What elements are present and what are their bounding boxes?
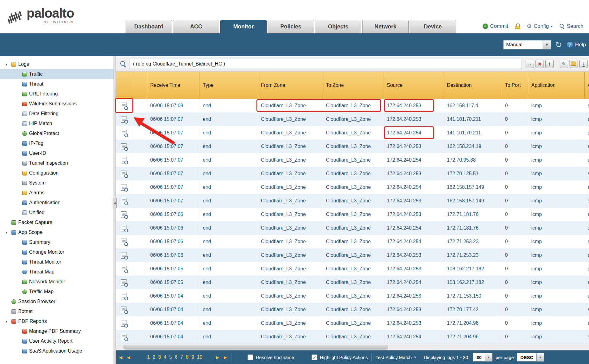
collapse-sidebar-icon[interactable]: ◀ [113, 198, 117, 208]
cell-application[interactable]: icmp [528, 167, 584, 180]
cell-source[interactable]: 172.64.240.254 [384, 153, 444, 167]
log-detail-icon[interactable] [121, 198, 127, 204]
page-3[interactable]: 3 [158, 354, 161, 360]
first-page-button[interactable]: |◀ [118, 355, 122, 360]
cell-source[interactable]: 172.64.240.254 [384, 221, 444, 235]
cell-from-zone[interactable]: Cloudflare_L3_Zone [258, 167, 323, 180]
log-detail-icon[interactable] [121, 130, 127, 136]
column-header-source[interactable]: Source [384, 72, 444, 99]
log-detail-icon[interactable] [121, 239, 127, 245]
cell-destination[interactable]: 108.162.217.182 [444, 276, 502, 289]
column-header-a[interactable]: A [584, 72, 589, 99]
sidebar-item-alarms[interactable]: ▼ Alarms [0, 188, 114, 198]
cell-destination[interactable]: 141.101.70.211 [444, 126, 502, 140]
lock-icon[interactable] [515, 26, 520, 29]
cell-to-zone[interactable]: Cloudflare_L3_Zone [323, 330, 384, 344]
sidebar-item-packet-capture[interactable]: ▼ Packet Capture [0, 218, 114, 227]
log-detail-icon[interactable] [121, 279, 127, 286]
test-policy-match-dropdown[interactable]: Test Policy Match ▾ [376, 355, 416, 360]
table-row[interactable]: 06/06 15:07:07 end Cloudflare_L3_Zone Cl… [116, 180, 589, 194]
column-header-receive-time[interactable]: Receive Time [147, 72, 200, 99]
page-9[interactable]: 9 [191, 354, 194, 360]
sidebar-splitter[interactable]: ◀ [114, 56, 116, 364]
column-header-type[interactable]: Type [200, 72, 258, 99]
cell-destination[interactable]: 172.71.253.23 [444, 248, 502, 262]
cell-source[interactable]: 172.64.240.253 [384, 289, 444, 303]
cell-to-zone[interactable]: Cloudflare_L3_Zone [323, 289, 384, 303]
cell-source[interactable]: 172.64.240.254 [384, 126, 444, 140]
sidebar-item-user-id[interactable]: ▼ User-ID [0, 148, 114, 158]
cell-destination[interactable]: 162.158.234.19 [444, 140, 502, 153]
column-header-to-port[interactable]: To Port [502, 72, 528, 99]
cell-source[interactable]: 172.64.240.253 [384, 194, 444, 208]
sort-order-select[interactable]: DESC ▼ [517, 353, 544, 362]
cell-source[interactable]: 172.64.240.253 [384, 208, 444, 221]
clear-filter-button[interactable] [535, 60, 544, 68]
table-row[interactable]: 06/06 15:07:07 end Cloudflare_L3_Zone Cl… [116, 112, 589, 126]
cell-to-zone[interactable]: Cloudflare_L3_Zone [323, 316, 384, 330]
cell-source[interactable]: 172.64.240.253 [384, 99, 444, 112]
cell-destination[interactable]: 172.71.204.96 [444, 316, 502, 330]
cell-to-zone[interactable]: Cloudflare_L3_Zone [323, 180, 384, 194]
cell-destination[interactable]: 162.158.157.149 [444, 180, 502, 194]
log-detail-icon[interactable] [121, 103, 127, 109]
global-search-button[interactable]: Search [559, 23, 583, 29]
cell-destination[interactable]: 141.101.70.211 [444, 112, 502, 126]
table-row[interactable]: 06/06 15:07:06 end Cloudflare_L3_Zone Cl… [116, 235, 589, 248]
expander-icon[interactable]: ▼ [5, 63, 9, 66]
table-row[interactable]: 06/06 15:07:05 end Cloudflare_L3_Zone Cl… [116, 276, 589, 289]
cell-application[interactable]: icmp [528, 276, 584, 289]
cell-application[interactable]: icmp [528, 126, 584, 140]
log-detail-icon[interactable] [121, 116, 127, 123]
log-detail-icon[interactable] [121, 143, 127, 150]
column-header-from-zone[interactable]: From Zone [258, 72, 323, 99]
cell-from-zone[interactable]: Cloudflare_L3_Zone [258, 180, 323, 194]
cell-application[interactable]: icmp [528, 316, 584, 330]
log-detail-icon[interactable] [121, 334, 127, 340]
cell-to-zone[interactable]: Cloudflare_L3_Zone [323, 235, 384, 248]
table-row[interactable]: 06/06 15:07:04 end Cloudflare_L3_Zone Cl… [116, 330, 589, 344]
log-detail-icon[interactable] [121, 252, 127, 259]
cell-destination[interactable]: 172.71.181.76 [444, 221, 502, 235]
cell-to-zone[interactable]: Cloudflare_L3_Zone [323, 194, 384, 208]
cell-from-zone[interactable]: Cloudflare_L3_Zone [258, 112, 323, 126]
next-page-button[interactable]: ▶ [216, 355, 219, 360]
cell-to-zone[interactable]: Cloudflare_L3_Zone [323, 126, 384, 140]
tab-device[interactable]: Device [410, 20, 456, 33]
sidebar-item-ip-tag[interactable]: ▼ IP-Tag [0, 138, 114, 148]
table-row[interactable]: 06/06 15:07:07 end Cloudflare_L3_Zone Cl… [116, 126, 589, 140]
log-detail-icon[interactable] [121, 293, 127, 299]
sidebar-item-hip-match[interactable]: ▼ HIP Match [0, 119, 114, 129]
cell-from-zone[interactable]: Cloudflare_L3_Zone [258, 99, 323, 112]
cell-application[interactable]: icmp [528, 208, 584, 221]
table-row[interactable]: 06/06 15:07:04 end Cloudflare_L3_Zone Cl… [116, 303, 589, 316]
sidebar-item-logs[interactable]: ▼ Logs [0, 59, 114, 69]
sidebar-item-url-filtering[interactable]: ▼ URL Filtering [0, 89, 114, 99]
table-row[interactable]: 06/06 15:07:06 end Cloudflare_L3_Zone Cl… [116, 248, 589, 262]
cell-from-zone[interactable]: Cloudflare_L3_Zone [258, 153, 323, 167]
chevron-down-icon[interactable]: ▼ [543, 40, 551, 49]
column-header-destination[interactable]: Destination [444, 72, 502, 99]
table-row[interactable]: 06/06 15:07:04 end Cloudflare_L3_Zone Cl… [116, 289, 589, 303]
sidebar-item-tunnel-inspection[interactable]: ▼ Tunnel Inspection [0, 158, 114, 168]
cell-application[interactable]: icmp [528, 262, 584, 276]
cell-to-zone[interactable]: Cloudflare_L3_Zone [323, 208, 384, 221]
cell-application[interactable]: icmp [528, 303, 584, 316]
tab-dashboard[interactable]: Dashboard [126, 20, 172, 33]
cell-to-zone[interactable]: Cloudflare_L3_Zone [323, 248, 384, 262]
cell-from-zone[interactable]: Cloudflare_L3_Zone [258, 140, 323, 153]
sidebar-item-threat-monitor[interactable]: ▼ Threat Monitor [0, 257, 114, 267]
tab-policies[interactable]: Policies [268, 20, 314, 33]
cell-source[interactable]: 172.64.240.253 [384, 112, 444, 126]
cell-application[interactable]: icmp [528, 99, 584, 112]
cell-source[interactable]: 172.64.240.253 [384, 303, 444, 316]
expander-icon[interactable]: ▼ [5, 231, 9, 234]
cell-to-zone[interactable]: Cloudflare_L3_Zone [323, 276, 384, 289]
cell-destination[interactable]: 172.70.177.42 [444, 303, 502, 316]
log-detail-icon[interactable] [121, 320, 127, 327]
cell-from-zone[interactable]: Cloudflare_L3_Zone [258, 221, 323, 235]
table-row[interactable]: 06/06 15:07:07 end Cloudflare_L3_Zone Cl… [116, 140, 589, 153]
cell-application[interactable]: icmp [528, 330, 584, 344]
page-7[interactable]: 7 [180, 354, 183, 360]
table-row[interactable]: 06/06 15:07:07 end Cloudflare_L3_Zone Cl… [116, 194, 589, 208]
